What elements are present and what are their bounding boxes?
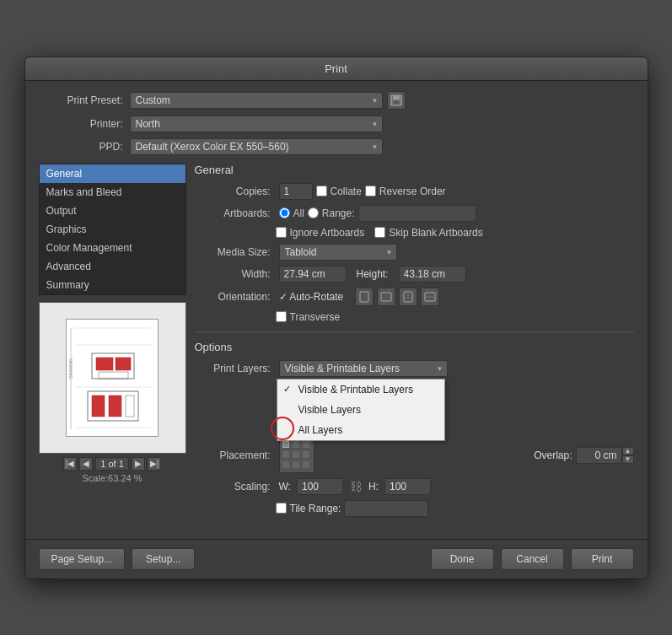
options-section-title: Options xyxy=(195,341,634,353)
print-preset-row: Print Preset: Custom xyxy=(39,91,634,110)
nav-item-output[interactable]: Output xyxy=(40,202,185,220)
overlap-down-button[interactable]: ▼ xyxy=(622,455,634,464)
skip-blank-checkbox[interactable] xyxy=(374,227,385,238)
done-button[interactable]: Done xyxy=(431,548,494,570)
overlap-stepper[interactable]: ▲ ▼ xyxy=(576,447,634,464)
copies-row: Copies: Collate Reverse Order xyxy=(195,183,634,200)
popup-item-visible[interactable]: Visible Layers xyxy=(277,400,444,420)
tile-range-checkbox[interactable] xyxy=(276,503,287,514)
scaling-label: Scaling: xyxy=(195,481,271,492)
placement-mr[interactable] xyxy=(303,451,309,458)
nav-item-graphics[interactable]: Graphics xyxy=(40,220,185,239)
range-radio[interactable] xyxy=(308,207,319,218)
print-layers-dropdown-wrap[interactable]: Visible & Printable Layers Visible Layer… xyxy=(279,360,448,377)
print-layers-select[interactable]: Visible & Printable Layers Visible Layer… xyxy=(279,360,448,377)
ignore-artboards-row: Ignore Artboards xyxy=(276,227,365,239)
scaling-row: Scaling: W: ⛓ H: xyxy=(195,478,634,495)
collate-label: Collate xyxy=(331,186,362,197)
media-size-select[interactable]: Tabloid xyxy=(279,244,397,261)
all-radio-row: All xyxy=(279,207,304,219)
popup-item-visible-printable[interactable]: Visible & Printable Layers xyxy=(277,379,444,400)
ppd-label: PPD: xyxy=(39,141,123,153)
placement-tc[interactable] xyxy=(293,441,299,448)
print-dialog: Print Print Preset: Custom Printer: xyxy=(24,57,648,579)
all-radio[interactable] xyxy=(279,207,290,218)
cancel-button[interactable]: Cancel xyxy=(501,548,564,570)
svg-rect-3 xyxy=(67,320,159,437)
portrait-flip-button[interactable] xyxy=(399,288,417,306)
placement-bc[interactable] xyxy=(293,461,299,468)
range-input[interactable] xyxy=(358,205,476,222)
general-section-title: General xyxy=(195,164,634,176)
nav-item-color-mgmt[interactable]: Color Management xyxy=(40,239,185,257)
ppd-dropdown-wrap[interactable]: Default (Xerox Color EX 550–560) xyxy=(130,138,383,155)
ppd-row: PPD: Default (Xerox Color EX 550–560) xyxy=(39,138,634,155)
placement-tr[interactable] xyxy=(303,441,309,448)
right-buttons: Done Cancel Print xyxy=(431,548,634,570)
artboard-options-row: Ignore Artboards Skip Blank Artboards xyxy=(195,227,634,239)
nav-item-marks-bleed[interactable]: Marks and Bleed xyxy=(40,183,185,202)
placement-bl[interactable] xyxy=(282,461,289,468)
prev-page-button[interactable]: ◀ xyxy=(79,457,93,471)
all-layers-highlight xyxy=(271,417,294,440)
nav-item-advanced[interactable]: Advanced xyxy=(40,257,185,276)
media-size-dropdown-wrap[interactable]: Tabloid xyxy=(279,244,397,261)
page-setup-button[interactable]: Page Setup... xyxy=(39,548,126,570)
collate-checkbox[interactable] xyxy=(316,186,327,196)
tile-range-row: Tile Range: xyxy=(195,500,634,517)
overlap-label: Overlap: xyxy=(534,449,572,461)
scale-h-input[interactable] xyxy=(384,478,431,495)
height-input[interactable] xyxy=(399,266,466,283)
landscape-flip-button[interactable] xyxy=(421,288,439,306)
print-button[interactable]: Print xyxy=(571,548,634,570)
placement-tl[interactable] xyxy=(282,441,289,448)
all-label: All xyxy=(293,207,304,219)
overlap-input[interactable] xyxy=(576,447,622,464)
placement-br[interactable] xyxy=(303,461,309,468)
ignore-artboards-label: Ignore Artboards xyxy=(290,227,365,239)
printer-row: Printer: North xyxy=(39,116,634,132)
save-preset-button[interactable] xyxy=(387,91,406,110)
placement-ml[interactable] xyxy=(282,451,289,458)
ignore-artboards-checkbox[interactable] xyxy=(276,227,287,238)
portrait-button[interactable] xyxy=(355,288,374,306)
scale-text: Scale:63.24 % xyxy=(39,473,186,483)
printer-dropdown-wrap[interactable]: North xyxy=(130,116,383,132)
copies-label: Copies: xyxy=(195,186,271,197)
overlap-stepper-buttons: ▲ ▼ xyxy=(622,447,634,464)
ppd-select[interactable]: Default (Xerox Color EX 550–560) xyxy=(130,138,383,155)
skip-blank-row: Skip Blank Artboards xyxy=(374,227,482,239)
placement-grid[interactable] xyxy=(279,438,314,473)
last-page-button[interactable]: ▶| xyxy=(148,457,161,471)
width-label: Width: xyxy=(195,268,271,280)
reverse-order-checkbox[interactable] xyxy=(365,186,376,196)
popup-item-all[interactable]: All Layers xyxy=(277,420,444,440)
range-label: Range: xyxy=(322,207,355,219)
print-layers-label: Print Layers: xyxy=(195,363,271,374)
preview-box: DRAWING xyxy=(39,302,186,454)
print-preset-dropdown-wrap[interactable]: Custom xyxy=(130,92,383,109)
nav-item-general[interactable]: General xyxy=(40,164,185,183)
width-input[interactable] xyxy=(279,266,347,283)
copies-input[interactable] xyxy=(279,183,313,200)
tile-range-input[interactable] xyxy=(344,500,428,517)
link-icon[interactable]: ⛓ xyxy=(350,480,362,493)
print-preset-select[interactable]: Custom xyxy=(130,92,383,109)
first-page-button[interactable]: |◀ xyxy=(63,457,77,471)
nav-item-summary[interactable]: Summary xyxy=(40,276,185,294)
media-size-label: Media Size: xyxy=(195,246,271,258)
page-navigation: |◀ ◀ ▶ ▶| xyxy=(39,457,186,471)
overlap-up-button[interactable]: ▲ xyxy=(622,447,634,455)
svg-rect-7 xyxy=(96,358,113,370)
printer-select[interactable]: North xyxy=(130,116,383,132)
print-layers-popup: Visible & Printable Layers Visible Layer… xyxy=(277,379,445,441)
setup-button[interactable]: Setup... xyxy=(132,548,195,570)
page-field[interactable] xyxy=(95,457,129,471)
next-page-button[interactable]: ▶ xyxy=(132,457,145,471)
collate-row: Collate xyxy=(316,186,362,197)
scale-w-input[interactable] xyxy=(297,478,343,495)
transverse-checkbox[interactable] xyxy=(276,311,287,322)
landscape-button[interactable] xyxy=(377,288,395,306)
placement-mc[interactable] xyxy=(293,451,299,458)
svg-rect-2 xyxy=(393,100,400,105)
